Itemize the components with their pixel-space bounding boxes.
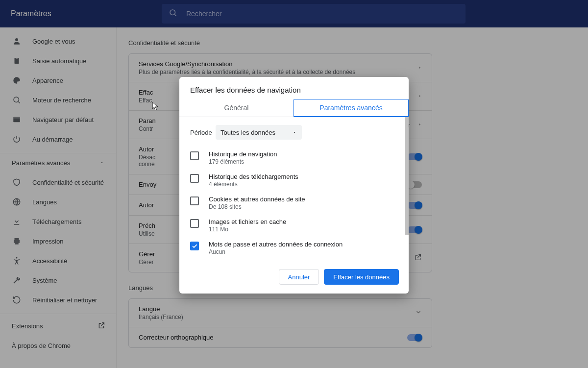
- checkbox[interactable]: [190, 174, 199, 183]
- cancel-button[interactable]: Annuler: [279, 269, 319, 285]
- chk-sub: 4 éléments: [209, 181, 298, 188]
- chk-sub: Aucun: [209, 248, 343, 255]
- tab-general[interactable]: Général: [179, 99, 294, 117]
- chk-title: Historique de navigation: [209, 150, 277, 158]
- checkbox-row-cookies[interactable]: Cookies et autres données de siteDe 108 …: [190, 192, 398, 214]
- dialog-actions: Annuler Effacer les données: [179, 262, 409, 294]
- tab-advanced[interactable]: Paramètres avancés: [294, 99, 409, 117]
- checkbox[interactable]: [190, 151, 199, 160]
- period-label: Période: [190, 129, 216, 136]
- chevron-down-icon: [292, 129, 297, 136]
- dialog-body: Période Toutes les données Historique de…: [179, 117, 409, 262]
- checkbox[interactable]: [190, 219, 199, 228]
- dialog-title: Effacer les données de navigation: [179, 77, 409, 99]
- checkbox-row-cache[interactable]: Images et fichiers en cache111 Mo: [190, 214, 398, 237]
- checkbox-row-passwords[interactable]: Mots de passe et autres données de conne…: [190, 237, 398, 259]
- confirm-button[interactable]: Effacer les données: [324, 269, 399, 285]
- scrollbar[interactable]: [405, 117, 409, 235]
- chk-title: Cookies et autres données de site: [209, 196, 305, 203]
- chk-title: Images et fichiers en cache: [209, 218, 286, 225]
- clear-data-dialog: Effacer les données de navigation Généra…: [179, 77, 409, 294]
- chk-sub: 111 Mo: [209, 226, 286, 233]
- checkbox[interactable]: [190, 242, 199, 250]
- chk-sub: 179 éléments: [209, 158, 277, 165]
- chk-sub: De 108 sites: [209, 203, 305, 210]
- period-select[interactable]: Toutes les données: [216, 125, 302, 140]
- chk-title: Mots de passe et autres données de conne…: [209, 241, 343, 248]
- modal-overlay[interactable]: Effacer les données de navigation Généra…: [0, 0, 588, 368]
- checkbox-row-autofill[interactable]: Données de saisie automatique: [190, 259, 398, 262]
- checkbox-row-history[interactable]: Historique de navigation179 éléments: [190, 147, 398, 169]
- dialog-tabs: Général Paramètres avancés: [179, 99, 409, 117]
- period-value: Toutes les données: [220, 129, 275, 136]
- checkbox-row-downloads[interactable]: Historique des téléchargements4 éléments: [190, 169, 398, 192]
- chk-title: Historique des téléchargements: [209, 173, 298, 180]
- checkbox[interactable]: [190, 196, 199, 205]
